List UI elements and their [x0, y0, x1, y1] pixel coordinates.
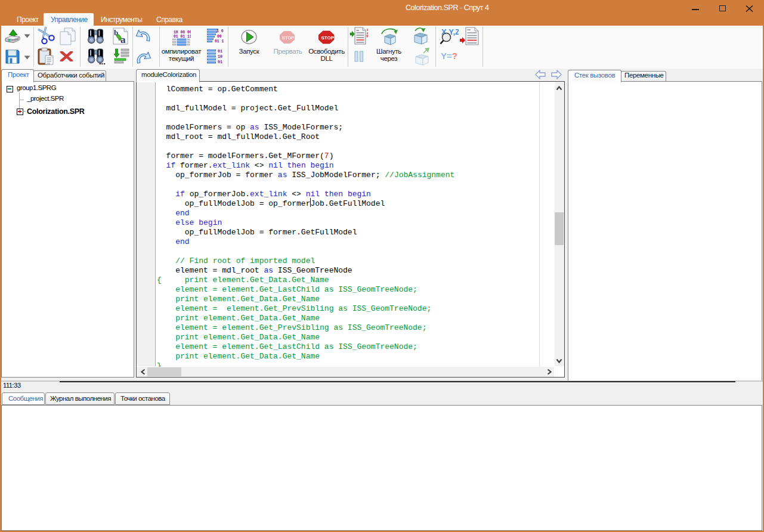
svg-text:a: a: [120, 34, 126, 45]
svg-text:STOP: STOP: [321, 35, 334, 41]
svg-text:01: 01: [218, 50, 222, 54]
svg-text:01 1: 01 1: [215, 39, 224, 44]
svg-text:STOP: STOP: [282, 35, 295, 41]
svg-text:01 01 11: 01 01 11: [174, 35, 191, 39]
svg-text:00 0: 00 0: [217, 35, 224, 39]
svg-text:1 0: 1 0: [216, 29, 224, 33]
svg-text:10 00 00: 10 00 00: [174, 30, 191, 35]
svg-text:10: 10: [218, 55, 222, 59]
svg-text:01: 01: [218, 60, 222, 64]
